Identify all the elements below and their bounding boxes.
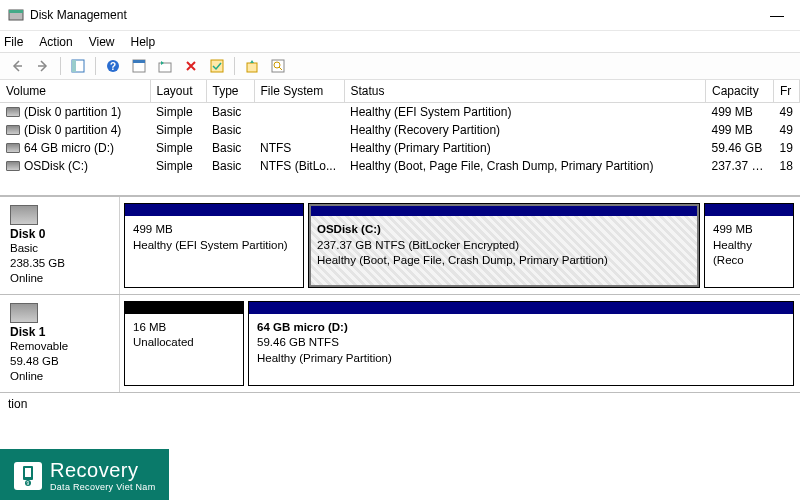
disk-icon xyxy=(10,205,38,225)
col-volume[interactable]: Volume xyxy=(0,80,150,103)
disk-label[interactable]: Disk 0 Basic 238.35 GB Online xyxy=(0,197,120,294)
properties-icon[interactable] xyxy=(128,55,150,77)
menu-file[interactable]: File xyxy=(4,35,23,49)
svg-rect-14 xyxy=(25,468,31,477)
partition-bar xyxy=(705,204,793,216)
disk-row: Disk 0 Basic 238.35 GB Online 499 MBHeal… xyxy=(0,197,800,295)
col-free[interactable]: Fr xyxy=(774,80,800,103)
volume-icon xyxy=(6,125,20,135)
partition-bar xyxy=(125,302,243,314)
watermark-logo-icon: 9 xyxy=(14,462,42,490)
volume-icon xyxy=(6,161,20,171)
check-icon[interactable] xyxy=(206,55,228,77)
legend-row: tion xyxy=(0,393,800,415)
col-layout[interactable]: Layout xyxy=(150,80,206,103)
svg-rect-1 xyxy=(9,10,23,13)
menubar: File Action View Help xyxy=(0,30,800,52)
titlebar: Disk Management — xyxy=(0,0,800,30)
svg-rect-3 xyxy=(72,60,76,72)
table-row[interactable]: (Disk 0 partition 4)SimpleBasicHealthy (… xyxy=(0,121,800,139)
partition-selected[interactable]: OSDisk (C:)237.37 GB NTFS (BitLocker Enc… xyxy=(308,203,700,288)
col-capacity[interactable]: Capacity xyxy=(706,80,774,103)
search-icon[interactable] xyxy=(267,55,289,77)
partition[interactable]: 499 MBHealthy (EFI System Partition) xyxy=(124,203,304,288)
partition[interactable]: 499 MBHealthy (Reco xyxy=(704,203,794,288)
window-title: Disk Management xyxy=(30,8,127,22)
minimize-button[interactable]: — xyxy=(762,7,792,23)
disk-label[interactable]: Disk 1 Removable 59.48 GB Online xyxy=(0,295,120,392)
watermark-brand: Recovery xyxy=(50,459,138,481)
disk-row: Disk 1 Removable 59.48 GB Online 16 MBUn… xyxy=(0,295,800,393)
watermark-tag: Data Recovery Viet Nam xyxy=(50,482,155,492)
partition-unallocated[interactable]: 16 MBUnallocated xyxy=(124,301,244,386)
refresh-icon[interactable] xyxy=(154,55,176,77)
svg-rect-7 xyxy=(133,60,145,63)
delete-icon[interactable] xyxy=(180,55,202,77)
col-status[interactable]: Status xyxy=(344,80,706,103)
volume-list[interactable]: Volume Layout Type File System Status Ca… xyxy=(0,80,800,197)
show-hide-console-icon[interactable] xyxy=(67,55,89,77)
partition-bar xyxy=(125,204,303,216)
partition[interactable]: 64 GB micro (D:)59.46 GB NTFSHealthy (Pr… xyxy=(248,301,794,386)
col-fs[interactable]: File System xyxy=(254,80,344,103)
partition-bar xyxy=(249,302,793,314)
wizard-icon[interactable] xyxy=(241,55,263,77)
volume-icon xyxy=(6,107,20,117)
svg-rect-10 xyxy=(247,63,257,72)
svg-text:9: 9 xyxy=(27,480,30,486)
back-button[interactable] xyxy=(6,55,28,77)
menu-help[interactable]: Help xyxy=(131,35,156,49)
table-row[interactable]: 64 GB micro (D:)SimpleBasicNTFSHealthy (… xyxy=(0,139,800,157)
svg-text:?: ? xyxy=(110,61,116,72)
table-row[interactable]: OSDisk (C:)SimpleBasicNTFS (BitLo...Heal… xyxy=(0,157,800,175)
watermark: 9 Recovery Data Recovery Viet Nam xyxy=(0,449,169,500)
menu-view[interactable]: View xyxy=(89,35,115,49)
col-type[interactable]: Type xyxy=(206,80,254,103)
disk-icon xyxy=(10,303,38,323)
app-icon xyxy=(8,7,24,23)
partition-bar xyxy=(309,204,699,216)
toolbar: ? xyxy=(0,52,800,80)
menu-action[interactable]: Action xyxy=(39,35,72,49)
table-row[interactable]: (Disk 0 partition 1)SimpleBasicHealthy (… xyxy=(0,103,800,122)
svg-rect-8 xyxy=(159,63,171,72)
volume-icon xyxy=(6,143,20,153)
forward-button[interactable] xyxy=(32,55,54,77)
svg-rect-9 xyxy=(211,60,223,72)
help-icon[interactable]: ? xyxy=(102,55,124,77)
